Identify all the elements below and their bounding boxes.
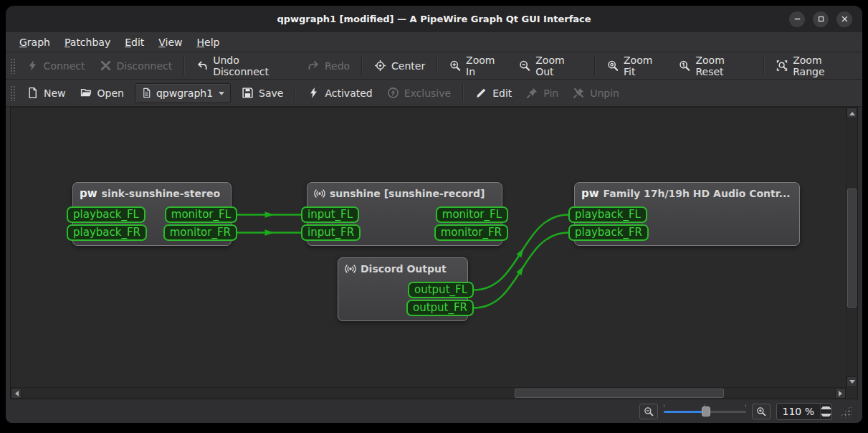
vertical-scrollbar-thumb[interactable] xyxy=(847,189,857,308)
connections-layer xyxy=(11,108,846,387)
toolbar-button-zoom-fit[interactable]: Zoom Fit xyxy=(601,51,671,81)
port-sink-sunshine-stereo-monitor-fr[interactable]: monitor_FR xyxy=(163,224,237,241)
node-title-bar: pwFamily 17h/19h HD Audio Contr... xyxy=(575,183,799,204)
toolbar-button-save[interactable]: Save xyxy=(235,83,290,103)
menu-graph[interactable]: Graph xyxy=(13,34,57,50)
toolbar-button-label: Exclusive xyxy=(404,87,451,99)
pipewire-icon: pw xyxy=(80,189,97,199)
toolbar-separator xyxy=(763,57,765,75)
toolbar-button-undo-disconnect[interactable]: Undo Disconnect xyxy=(190,51,300,81)
toolbar-button-label: Edit xyxy=(492,87,512,99)
port-sunshine-monitor-fr[interactable]: monitor_FR xyxy=(434,224,508,241)
horizontal-scrollbar[interactable] xyxy=(11,387,846,399)
spin-down-button[interactable] xyxy=(821,411,831,419)
center-icon xyxy=(374,60,386,72)
title-bar[interactable]: qpwgraph1 [modified] — A PipeWire Graph … xyxy=(6,6,862,32)
toolbar-button-zoom-reset[interactable]: Zoom Reset xyxy=(672,51,758,81)
node-title: Discord Output xyxy=(361,263,447,275)
node-title: sink-sunshine-stereo xyxy=(102,188,220,199)
redo-icon xyxy=(307,60,320,72)
zoom-slider-fill xyxy=(664,411,707,413)
spin-up-icon xyxy=(821,404,831,409)
toolbar-button-label: Disconnect xyxy=(117,60,173,72)
file-toolbar: NewOpenqpwgraph1SaveActivatedExclusiveEd… xyxy=(6,80,862,107)
toolbar-button-edit[interactable]: Edit xyxy=(469,83,518,103)
toolbar-button-zoom-range[interactable]: Zoom Range xyxy=(770,51,859,81)
status-bar: 110 % xyxy=(6,399,862,423)
pin-icon xyxy=(526,87,538,99)
toolbar-button-redo: Redo xyxy=(301,56,356,75)
close-button[interactable] xyxy=(836,11,852,27)
port-sink-sunshine-stereo-playback-fr[interactable]: playback_FR xyxy=(67,224,147,241)
toolbar-drag-handle[interactable] xyxy=(10,85,15,101)
menu-view[interactable]: View xyxy=(152,34,189,50)
spin-buttons xyxy=(820,404,831,419)
patchbay-file-icon xyxy=(141,87,152,98)
zoom-in-button[interactable] xyxy=(752,404,771,419)
port-sunshine-input-fl[interactable]: input_FL xyxy=(301,206,359,223)
toolbar-button-zoom-out[interactable]: Zoom Out xyxy=(512,51,589,81)
scroll-left-button[interactable] xyxy=(11,388,22,399)
scroll-right-button[interactable] xyxy=(835,388,846,399)
scroll-up-button[interactable] xyxy=(846,108,857,118)
minimize-icon xyxy=(792,14,803,24)
spin-down-icon xyxy=(821,414,831,419)
arrow-left-icon xyxy=(12,391,19,396)
toolbar-button-activated[interactable]: Activated xyxy=(301,83,378,103)
zoom-slider-handle[interactable] xyxy=(702,406,710,417)
toolbar-button-zoom-in[interactable]: Zoom In xyxy=(443,51,511,81)
minimize-button[interactable] xyxy=(789,11,805,27)
toolbar-button-center[interactable]: Center xyxy=(368,56,431,75)
horizontal-scrollbar-thumb[interactable] xyxy=(515,389,724,398)
vertical-scrollbar[interactable] xyxy=(846,108,857,387)
resize-grip[interactable] xyxy=(839,405,852,418)
activated-icon xyxy=(307,87,320,99)
zoom-slider[interactable] xyxy=(664,404,746,419)
scroll-down-button[interactable] xyxy=(846,376,857,387)
port-family-audio-playback-fl[interactable]: playback_FL xyxy=(568,206,647,223)
toolbar-separator xyxy=(594,57,596,75)
port-sink-sunshine-stereo-playback-fl[interactable]: playback_FL xyxy=(67,206,146,223)
menu-help[interactable]: Help xyxy=(191,34,226,50)
combobox-value: qpwgraph1 xyxy=(156,87,213,99)
zoom-in-icon xyxy=(756,406,766,417)
undo-icon xyxy=(196,60,208,72)
stream-icon xyxy=(314,188,325,199)
toolbar-button-pin: Pin xyxy=(520,83,565,103)
disconnect-icon xyxy=(100,60,112,72)
connection-arrow-icon xyxy=(265,211,275,217)
zoom-value[interactable]: 110 % xyxy=(777,404,820,419)
connection-arrow-icon xyxy=(516,265,526,275)
toolbar-separator xyxy=(462,85,464,102)
toolbar-button-new[interactable]: New xyxy=(20,83,72,103)
toolbar-button-label: Zoom In xyxy=(466,54,505,77)
port-sunshine-monitor-fl[interactable]: monitor_FL xyxy=(436,206,508,223)
edit-icon xyxy=(475,87,487,99)
toolbar-separator xyxy=(183,57,185,75)
port-discord-output-output-fl[interactable]: output_FL xyxy=(408,282,474,298)
port-discord-output-output-fr[interactable]: output_FR xyxy=(406,300,474,316)
toolbar-button-label: Pin xyxy=(543,87,558,99)
pipewire-icon: pw xyxy=(581,189,599,199)
port-sunshine-input-fr[interactable]: input_FR xyxy=(301,224,361,241)
port-family-audio-playback-fr[interactable]: playback_FR xyxy=(568,224,649,241)
toolbar-button-open[interactable]: Open xyxy=(74,83,130,103)
zoom-out-button[interactable] xyxy=(639,404,658,419)
spin-up-button[interactable] xyxy=(821,404,831,411)
zoom-spinbox[interactable]: 110 % xyxy=(776,403,832,420)
toolbar-drag-handle[interactable] xyxy=(10,58,15,74)
menu-patchbay[interactable]: Patchbay xyxy=(58,34,117,50)
graph-canvas[interactable]: pwsink-sunshine-stereoplayback_FLplaybac… xyxy=(11,108,846,387)
maximize-button[interactable] xyxy=(813,11,829,27)
toolbar-button-label: Connect xyxy=(44,60,85,72)
scrollbar-corner xyxy=(846,387,857,399)
toolbar-button-label: Save xyxy=(259,87,283,99)
toolbar-button-label: Zoom Fit xyxy=(624,54,664,77)
toolbar-button-label: Redo xyxy=(325,60,350,72)
patchbay-combobox[interactable]: qpwgraph1 xyxy=(135,83,231,103)
connect-icon xyxy=(27,60,39,72)
slider-tick xyxy=(664,404,664,407)
menu-edit[interactable]: Edit xyxy=(118,34,151,50)
unpin-icon xyxy=(573,87,585,99)
port-sink-sunshine-stereo-monitor-fl[interactable]: monitor_FL xyxy=(165,206,237,223)
